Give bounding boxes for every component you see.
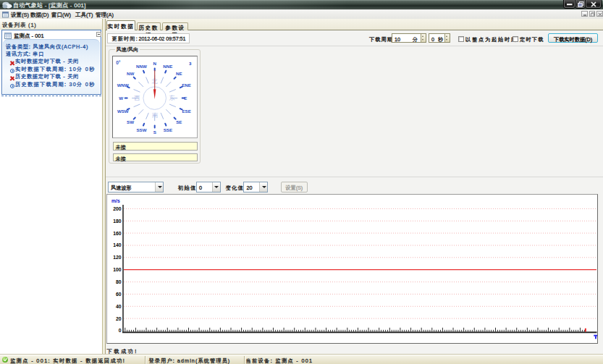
svg-text:ENE: ENE <box>182 82 191 87</box>
svg-text:з: з <box>189 61 192 66</box>
svg-text:东: 东 <box>169 94 175 101</box>
svg-text:200: 200 <box>113 206 122 211</box>
svg-text:ESE: ESE <box>182 109 190 114</box>
svg-text:160: 160 <box>113 231 122 236</box>
svg-text:NW: NW <box>127 71 134 76</box>
svg-text:W: W <box>119 95 123 100</box>
svg-text:0: 0 <box>119 328 122 333</box>
svg-text:120: 120 <box>113 255 122 260</box>
svg-text:180: 180 <box>113 219 122 224</box>
svg-text:SW: SW <box>127 119 134 124</box>
svg-text:NE: NE <box>176 71 182 76</box>
svg-text:80: 80 <box>116 279 122 284</box>
svg-text:40: 40 <box>116 304 122 309</box>
svg-text:SSW: SSW <box>136 127 146 132</box>
svg-text:WSW: WSW <box>117 109 129 114</box>
svg-text:南: 南 <box>152 111 159 118</box>
svg-text:100: 100 <box>113 267 122 272</box>
svg-text:0°: 0° <box>116 60 121 65</box>
svg-text:NNE: NNE <box>163 63 172 68</box>
svg-text:m/s: m/s <box>111 198 120 203</box>
svg-text:S: S <box>153 130 156 135</box>
svg-text:60: 60 <box>116 292 122 297</box>
svg-text:E: E <box>184 95 187 100</box>
svg-text:SSE: SSE <box>164 127 172 132</box>
svg-text:WNW: WNW <box>117 82 129 87</box>
svg-text:N: N <box>153 61 156 66</box>
svg-text:NNW: NNW <box>136 63 147 68</box>
svg-text:西: 西 <box>134 94 140 101</box>
svg-text:140: 140 <box>113 242 122 247</box>
svg-text:20: 20 <box>116 316 122 321</box>
svg-text:SE: SE <box>176 119 182 124</box>
